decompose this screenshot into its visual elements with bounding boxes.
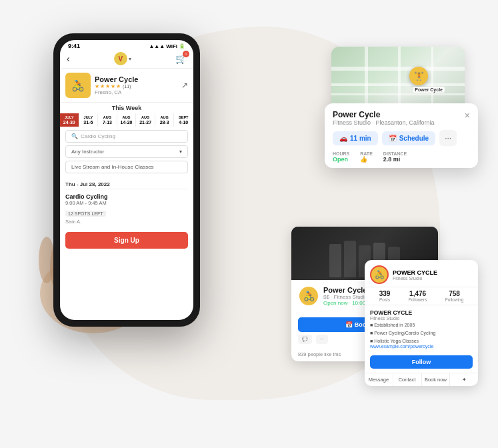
date-item-6[interactable]: SEPT 4-10 xyxy=(174,113,193,127)
stream-filter[interactable]: Live Stream and In-House Classes xyxy=(65,161,188,173)
class-time: 9:00 AM - 9:45 AM xyxy=(65,200,188,206)
ig-desc-line-1: ■ Established in 2005 xyxy=(370,322,473,329)
popup-actions: 🚗 11 min 📅 Schedule ··· xyxy=(325,130,478,151)
week-label: This Week xyxy=(60,103,193,113)
search-input[interactable]: 🔍 Cardio Cycling xyxy=(65,130,188,143)
nav-bar: ‹ V ▾ 🛒 0 xyxy=(60,51,193,69)
popup-header: Power Cycle Fitness Studio · Pleasanton,… xyxy=(325,103,478,130)
cart-button[interactable]: 🛒 0 xyxy=(175,53,187,64)
date-item-2[interactable]: AUG 7-13 xyxy=(98,113,117,127)
popup-card: Power Cycle Fitness Studio · Pleasanton,… xyxy=(325,103,478,168)
business-info: Power Cycle ★ ★ ★ ★ ★ (11) Fresno, CA xyxy=(95,75,177,95)
nav-chevron-icon: ▾ xyxy=(129,56,131,62)
popup-subtitle: Fitness Studio · Pleasanton, California xyxy=(333,119,435,126)
date-item-5[interactable]: AUG 28-3 xyxy=(155,113,175,127)
ig-website-link[interactable]: www.example.com/powercycle xyxy=(370,344,473,349)
search-icon: 🔍 xyxy=(71,133,78,139)
ig-more-button[interactable]: ✦ xyxy=(450,373,478,386)
ig-posts-num: 339 xyxy=(379,290,391,297)
status-icons: ▲▲▲ WiFi 🔋 xyxy=(149,43,185,49)
instructor-label: Any Instructor xyxy=(71,149,104,155)
car-icon: 🚗 xyxy=(339,135,347,142)
svg-point-3 xyxy=(39,237,55,283)
phone-screen: 9:41 ▲▲▲ WiFi 🔋 ‹ V ▾ 🛒 0 xyxy=(60,40,193,320)
fb-message-button[interactable]: 💬 xyxy=(298,335,312,344)
fb-more-button[interactable]: ··· xyxy=(316,335,328,344)
star-5: ★ xyxy=(116,83,121,89)
fb-business-logo: 🚴 xyxy=(298,285,319,307)
hours-value: Open xyxy=(333,156,349,163)
star-4: ★ xyxy=(111,83,115,89)
cart-badge: 0 xyxy=(183,51,189,57)
back-button[interactable]: ‹ xyxy=(67,53,70,64)
battery-icon: 🔋 xyxy=(179,43,185,49)
ig-footer: Message Contact Book now ✦ xyxy=(365,373,478,386)
rate-value: 👍 xyxy=(360,156,373,163)
search-placeholder: Cardio Cycling xyxy=(81,133,115,139)
ig-desc-line-3: ■ Holistic Yoga Classes xyxy=(370,338,473,345)
signup-button[interactable]: Sign Up xyxy=(65,232,188,249)
ig-biz-type: Fitness Studio xyxy=(393,276,437,281)
more-options-button[interactable]: ··· xyxy=(439,130,457,146)
star-1: ★ xyxy=(95,83,99,89)
ig-posts-label: Posts xyxy=(379,297,391,302)
ig-message-button[interactable]: Message xyxy=(365,373,393,386)
ig-following-label: Following xyxy=(445,297,463,302)
date-item-3[interactable]: AUG 14-20 xyxy=(117,113,137,127)
class-section: Thu - Jul 28, 2022 Cardio Cycling 9:00 A… xyxy=(60,177,193,229)
bullet-1: ■ xyxy=(370,323,373,327)
class-item: Cardio Cycling 9:00 AM - 9:45 AM 12 SPOT… xyxy=(65,192,188,226)
business-name: Power Cycle xyxy=(95,75,177,83)
date-item-1[interactable]: JULY 31-6 xyxy=(79,113,99,127)
distance-value: 2.8 mi xyxy=(383,156,407,163)
popup-stats: HOURS Open RATE 👍 DISTANCE 2.8 mi xyxy=(325,151,478,168)
popup-close-button[interactable]: × xyxy=(465,110,470,121)
share-button[interactable]: ↗ xyxy=(181,81,188,90)
ig-full-name: POWER CYCLE xyxy=(370,309,473,316)
ig-biz-name: POWER CYCLE xyxy=(393,269,437,276)
popup-title-area: Power Cycle Fitness Studio · Pleasanton,… xyxy=(333,110,435,126)
ig-name-area: POWER CYCLE Fitness Studio xyxy=(393,269,437,281)
ig-follow-button[interactable]: Follow xyxy=(370,355,473,369)
business-logo-emoji: 🚴 xyxy=(71,79,85,92)
signal-icon: ▲▲▲ xyxy=(149,43,165,49)
rate-label: RATE xyxy=(360,151,373,156)
ig-info: POWER CYCLE Fitness Studio ■ Established… xyxy=(365,305,478,353)
schedule-button[interactable]: 📅 Schedule xyxy=(382,131,435,145)
class-name: Cardio Cycling xyxy=(65,193,188,200)
ig-booknow-button[interactable]: Book now xyxy=(422,373,451,386)
popup-business-name: Power Cycle xyxy=(333,110,435,119)
directions-button[interactable]: 🚗 11 min xyxy=(333,131,378,145)
star-2: ★ xyxy=(100,83,105,89)
distance-label: DISTANCE xyxy=(383,151,407,156)
star-3: ★ xyxy=(105,83,110,89)
ig-desc-line-2: ■ Power Cycling/Cardio Cycling xyxy=(370,330,473,337)
status-bar: 9:41 ▲▲▲ WiFi 🔋 xyxy=(60,40,193,51)
ig-stats-row: 339 Posts 1,476 Followers 758 Following xyxy=(365,287,478,305)
schedule-label: Schedule xyxy=(399,135,429,142)
instructor-filter[interactable]: Any Instructor ▾ xyxy=(65,145,188,158)
hours-label: HOURS xyxy=(333,151,349,156)
class-date-header: Thu - Jul 28, 2022 xyxy=(65,180,188,189)
map-pin: 🏋 xyxy=(409,67,428,85)
rate-stat: RATE 👍 xyxy=(360,151,373,163)
calendar-icon: 📅 xyxy=(389,135,397,142)
map-business-label: Power Cycle xyxy=(413,87,445,93)
ig-contact-button[interactable]: Contact xyxy=(393,373,422,386)
bullet-3: ■ xyxy=(370,339,373,343)
status-time: 9:41 xyxy=(68,43,80,49)
ig-followers-num: 1,476 xyxy=(409,290,427,297)
distance-stat: DISTANCE 2.8 mi xyxy=(383,151,407,163)
date-item-0[interactable]: JULY 24-30 xyxy=(60,113,79,127)
filters-section: 🔍 Cardio Cycling Any Instructor ▾ Live S… xyxy=(60,127,193,177)
date-item-4[interactable]: AUG 21-27 xyxy=(136,113,155,127)
directions-time: 11 min xyxy=(350,135,371,142)
vagaro-logo: V xyxy=(114,52,127,65)
nav-logo[interactable]: V ▾ xyxy=(114,52,131,65)
business-header: 🚴 Power Cycle ★ ★ ★ ★ ★ (11) Fresno, CA … xyxy=(60,69,193,103)
business-location: Fresno, CA xyxy=(95,89,177,95)
review-count: (11) xyxy=(123,84,131,89)
ig-header: 🚴 POWER CYCLE Fitness Studio xyxy=(365,260,478,287)
ig-following-num: 758 xyxy=(445,290,463,297)
hours-stat: HOURS Open xyxy=(333,151,349,163)
